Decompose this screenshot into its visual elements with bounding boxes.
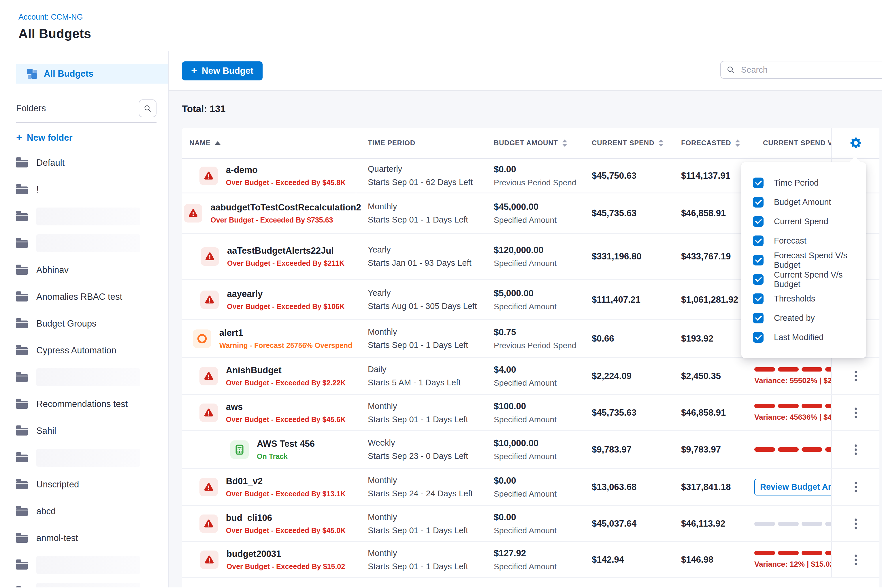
budget-table-row[interactable]: bud_cli106 Over Budget - Exceeded By $45… xyxy=(182,506,879,542)
row-menu-icon[interactable] xyxy=(852,368,860,384)
sidebar-folder-item[interactable]: Default xyxy=(0,149,168,176)
folder-icon xyxy=(16,508,28,516)
new-folder-button[interactable]: New folder xyxy=(16,130,168,145)
budget-name-cell[interactable]: aabudgetToTestCostRecalculation2 Over Bu… xyxy=(182,194,356,233)
budget-name-cell[interactable]: AnishBudget Over Budget - Exceeded By $2… xyxy=(182,358,356,394)
column-header[interactable]: CURRENT SPEND V/S BUDGET xyxy=(753,128,832,158)
current-spend-cell: $13,063.68 xyxy=(580,469,669,505)
sidebar-item-all-budgets[interactable]: All Budgets xyxy=(16,64,168,84)
column-settings-item[interactable]: Budget Amount xyxy=(741,192,866,212)
sidebar-folder-item[interactable] xyxy=(0,578,168,587)
checkbox-checked-icon[interactable] xyxy=(753,197,764,207)
sidebar-folder-item[interactable]: Cypress Automation xyxy=(0,337,168,364)
over-budget-bar xyxy=(754,404,832,408)
breadcrumb[interactable]: Account: CCM-NG xyxy=(18,13,882,22)
column-header[interactable]: BUDGET AMOUNT xyxy=(482,128,580,158)
forecasted-cell: $2,450.35 xyxy=(669,358,753,394)
budget-name-cell[interactable]: a-demo Over Budget - Exceeded By $45.8K xyxy=(182,159,356,192)
budget-status-icon xyxy=(200,166,218,185)
folders-label: Folders xyxy=(16,103,46,114)
budget-table-row[interactable]: AWS Test 456 On Track Weekly Starts Sep … xyxy=(182,431,879,469)
budget-name-cell[interactable]: AWS Test 456 On Track xyxy=(182,431,356,468)
row-menu-icon[interactable] xyxy=(852,405,860,421)
folders-search-button[interactable] xyxy=(139,99,156,117)
row-menu-icon[interactable] xyxy=(852,552,860,568)
budget-name-cell[interactable]: aaTestBudgetAlerts22Jul Over Budget - Ex… xyxy=(182,234,356,279)
column-settings-item[interactable]: Thresholds xyxy=(741,289,866,308)
sidebar-folder-item[interactable] xyxy=(0,203,168,230)
column-header[interactable]: NAME xyxy=(182,128,356,158)
budget-table-row[interactable]: aws Over Budget - Exceeded By $45.6K Mon… xyxy=(182,395,879,431)
sidebar-folder-item[interactable] xyxy=(0,364,168,390)
budget-name-cell[interactable]: aayearly Over Budget - Exceeded By $106K xyxy=(182,280,356,320)
spend-vs-budget-cell: Variance: 12% | $15.02 ove xyxy=(753,542,832,578)
checkbox-checked-icon[interactable] xyxy=(753,274,764,285)
budget-name-cell[interactable]: bud_cli106 Over Budget - Exceeded By $45… xyxy=(182,506,356,541)
sidebar-folder-item[interactable]: Budget Groups xyxy=(0,310,168,337)
checkbox-checked-icon[interactable] xyxy=(753,236,764,246)
search-input[interactable] xyxy=(720,61,882,79)
column-header[interactable]: CURRENT SPEND xyxy=(580,128,669,158)
column-settings-item[interactable]: Last Modified xyxy=(741,328,866,347)
sidebar-folder-item[interactable] xyxy=(0,230,168,256)
budget-name-cell[interactable]: alert1 Warning - Forecast 25756% Overspe… xyxy=(182,320,356,357)
current-spend-value: $9,783.97 xyxy=(592,444,669,455)
column-settings-item[interactable]: Forecast xyxy=(741,231,866,250)
plus-icon xyxy=(16,132,22,143)
current-spend-value: $45,735.63 xyxy=(592,208,669,219)
folder-name xyxy=(36,368,140,386)
row-menu-icon[interactable] xyxy=(852,442,860,458)
sidebar-folder-item[interactable]: Recommendations test xyxy=(0,390,168,417)
current-spend-value: $13,063.68 xyxy=(592,482,669,492)
budget-period-detail: Starts Sep 24 - 24 Days Left xyxy=(368,489,482,498)
sidebar-folder-item[interactable]: abcd xyxy=(0,498,168,525)
column-settings-item[interactable]: Current Spend V/s Budget xyxy=(741,270,866,289)
review-budget-amount-button[interactable]: Review Budget Amou xyxy=(754,479,832,495)
folder-name xyxy=(36,556,140,574)
row-menu-icon[interactable] xyxy=(852,516,860,532)
sidebar-folder-item[interactable]: anmol-test xyxy=(0,525,168,551)
row-menu-icon[interactable] xyxy=(852,479,860,495)
sidebar: All Budgets Folders New folder Default xyxy=(0,51,169,587)
folder-name: Anomalies RBAC test xyxy=(36,292,122,302)
checkbox-checked-icon[interactable] xyxy=(753,293,764,304)
current-spend-value: $45,735.63 xyxy=(592,408,669,418)
checkbox-checked-icon[interactable] xyxy=(753,216,764,227)
budget-name-cell[interactable]: aws Over Budget - Exceeded By $45.6K xyxy=(182,395,356,430)
sidebar-folder-item[interactable]: Unscripted xyxy=(0,471,168,498)
time-period-cell: Quarterly Starts Sep 01 - 62 Days Left xyxy=(356,159,482,192)
checkbox-checked-icon[interactable] xyxy=(753,255,764,266)
column-settings-gear-button[interactable] xyxy=(848,135,863,150)
column-header[interactable]: TIME PERIOD xyxy=(356,128,482,158)
column-header[interactable]: FORECASTED xyxy=(669,128,753,158)
budget-table-row[interactable]: AnishBudget Over Budget - Exceeded By $2… xyxy=(182,358,879,395)
budget-amount: $0.00 xyxy=(494,164,580,175)
current-spend-cell: $0.66 xyxy=(580,320,669,357)
forecasted-cell: $46,113.92 xyxy=(669,506,753,541)
budget-name-cell[interactable]: Bd01_v2 Over Budget - Exceeded By $13.1K xyxy=(182,469,356,505)
column-settings-item[interactable]: Forecast Spend V/s Budget xyxy=(741,250,866,270)
budget-name-cell[interactable]: budget20031 Over Budget - Exceeded By $1… xyxy=(182,542,356,578)
column-settings-item-label: Current Spend V/s Budget xyxy=(774,270,866,289)
column-settings-item[interactable]: Time Period xyxy=(741,173,866,192)
sidebar-folder-item[interactable]: Abhinav xyxy=(0,256,168,284)
sidebar-folder-item[interactable] xyxy=(0,551,168,578)
sidebar-folder-item[interactable]: Sahil xyxy=(0,417,168,444)
new-budget-button[interactable]: New Budget xyxy=(182,62,262,80)
column-settings-item[interactable]: Current Spend xyxy=(741,212,866,231)
gear-icon xyxy=(849,136,862,150)
sidebar-folder-item[interactable]: Anomalies RBAC test xyxy=(0,284,168,310)
current-spend-value: $142.94 xyxy=(592,555,669,565)
checkbox-checked-icon[interactable] xyxy=(753,313,764,323)
budget-table-row[interactable]: budget20031 Over Budget - Exceeded By $1… xyxy=(182,542,879,578)
sidebar-folder-item[interactable]: ! xyxy=(0,176,168,203)
checkbox-checked-icon[interactable] xyxy=(753,332,764,343)
row-menu-cell xyxy=(832,431,879,468)
column-settings-item[interactable]: Created by xyxy=(741,308,866,328)
time-period-cell: Yearly Starts Aug 01 - 305 Days Left xyxy=(356,280,482,320)
sidebar-folder-item[interactable] xyxy=(0,444,168,471)
current-spend-cell: $45,750.63 xyxy=(580,159,669,192)
budget-table-row[interactable]: Bd01_v2 Over Budget - Exceeded By $13.1K… xyxy=(182,469,879,506)
budgets-search xyxy=(720,61,882,79)
checkbox-checked-icon[interactable] xyxy=(753,177,764,188)
